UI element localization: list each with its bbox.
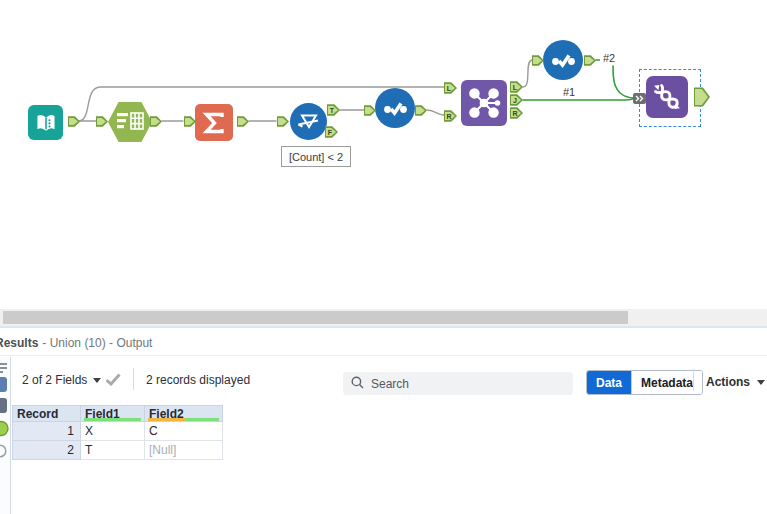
workflow-canvas[interactable]: T F L R L J R #1 #2 [Count] < 2 — [0, 0, 767, 309]
data-cell[interactable]: X — [81, 422, 145, 441]
filter-tool[interactable] — [290, 103, 327, 140]
filter-input-anchor[interactable] — [277, 116, 289, 127]
join-right-input-anchor[interactable]: R — [444, 110, 457, 122]
summarize-input-anchor[interactable] — [184, 116, 196, 127]
table-view-icon[interactable] — [0, 360, 7, 378]
join-left-output-anchor[interactable]: L — [510, 81, 523, 93]
scrollbar-thumb[interactable] — [3, 311, 628, 324]
view-toggle: Data Metadata — [586, 370, 703, 395]
data-cell[interactable]: C — [145, 422, 223, 441]
data-quality-bar-field1 — [84, 418, 141, 421]
results-left-toolbar — [0, 357, 11, 514]
unique2-output-anchor[interactable] — [584, 55, 596, 66]
connections-layer — [0, 0, 767, 309]
data-cell-null[interactable]: [Null] — [145, 441, 223, 460]
fields-dropdown[interactable]: 2 of 2 Fields — [22, 370, 101, 390]
toolbar-divider — [133, 368, 134, 390]
texttocolumns-input-anchor[interactable] — [96, 116, 108, 127]
results-label: Results — [0, 336, 38, 350]
unique-tool[interactable] — [375, 88, 415, 128]
join-right-output-anchor[interactable]: R — [510, 107, 523, 119]
alteryx-designer-window: T F L R L J R #1 #2 [Count] < 2 Results … — [0, 0, 767, 514]
data-table: Record Field1 Field2 1 X C 2 T [Null] — [12, 405, 223, 460]
data-cell[interactable]: T — [81, 441, 145, 460]
search-box[interactable] — [343, 372, 573, 395]
chevron-down-icon — [93, 378, 101, 383]
search-input[interactable] — [371, 377, 551, 391]
panel-divider — [0, 326, 767, 328]
union-output-anchor[interactable] — [694, 87, 710, 107]
filter-annotation[interactable]: [Count] < 2 — [281, 146, 351, 167]
text-to-columns-tool[interactable] — [108, 102, 152, 142]
actions-dropdown-button[interactable]: Actions — [706, 371, 765, 393]
save-output-icon[interactable] — [0, 420, 9, 437]
conn-join-l-unique2 — [523, 60, 532, 87]
unique2-input-anchor[interactable] — [532, 55, 544, 66]
filter-true-anchor[interactable]: T — [327, 104, 340, 116]
record-number-cell[interactable]: 1 — [13, 422, 81, 441]
join-join-output-anchor[interactable]: J — [510, 94, 523, 106]
unique-check-icon — [543, 40, 583, 80]
record-number-cell[interactable]: 2 — [13, 441, 81, 460]
filter-false-anchor[interactable]: F — [325, 126, 338, 138]
data-quality-bar-field2 — [148, 418, 219, 421]
book-icon — [28, 105, 63, 140]
copy-cell-icon[interactable] — [0, 377, 7, 392]
input-output-anchor[interactable] — [68, 116, 80, 127]
conn-join-j-union — [523, 98, 635, 100]
conn-unique-join-r — [427, 110, 444, 115]
copy-table-icon[interactable] — [0, 398, 7, 413]
actions-label: Actions — [706, 375, 750, 389]
text-to-columns-icon — [108, 102, 152, 142]
unique-input-anchor[interactable] — [364, 105, 376, 116]
chevron-down-icon — [757, 380, 765, 385]
union-input-connector[interactable] — [633, 93, 646, 104]
results-panel-title: Results - Union (10) - Output — [0, 330, 767, 356]
horizontal-scrollbar[interactable] — [0, 309, 767, 326]
input-data-tool[interactable] — [28, 105, 63, 140]
table-header-row: Record Field1 Field2 — [13, 406, 223, 422]
records-summary: 2 records displayed — [146, 373, 250, 387]
data-tab-button[interactable]: Data — [587, 371, 631, 394]
column-header-record[interactable]: Record — [13, 406, 81, 422]
new-window-icon[interactable] — [0, 444, 7, 458]
connection-label-1[interactable]: #1 — [560, 86, 578, 99]
results-toolbar: 2 of 2 Fields 2 records displayed Data M… — [12, 357, 767, 401]
column-header-field1[interactable]: Field1 — [81, 406, 145, 422]
sigma-icon — [195, 104, 233, 141]
union-helix-icon — [646, 76, 688, 118]
unique-tool-2[interactable] — [543, 40, 583, 80]
table-row: 1 X C — [13, 422, 223, 441]
unique-output-anchor[interactable] — [415, 105, 427, 116]
search-icon — [351, 375, 364, 393]
check-icon — [105, 372, 121, 390]
union-tool[interactable] — [646, 76, 688, 118]
fields-summary: 2 of 2 Fields — [22, 373, 87, 387]
results-subtitle: - Union (10) - Output — [42, 336, 152, 350]
metadata-tab-button[interactable]: Metadata — [631, 371, 702, 394]
conn-unique2-union — [596, 60, 634, 98]
join-left-input-anchor[interactable]: L — [444, 82, 457, 94]
table-row: 2 T [Null] — [13, 441, 223, 460]
join-icon — [461, 80, 507, 126]
connection-label-2[interactable]: #2 — [600, 52, 618, 65]
join-tool[interactable] — [461, 80, 507, 126]
summarize-output-anchor[interactable] — [237, 116, 249, 127]
toolbar-divider — [693, 369, 694, 391]
column-header-field2[interactable]: Field2 — [145, 406, 223, 422]
unique-check-icon — [375, 88, 415, 128]
filter-icon — [290, 103, 327, 140]
results-grid: Record Field1 Field2 1 X C 2 T [Null] — [12, 401, 767, 514]
summarize-tool[interactable] — [195, 104, 233, 141]
texttocolumns-output-anchor[interactable] — [150, 116, 162, 127]
